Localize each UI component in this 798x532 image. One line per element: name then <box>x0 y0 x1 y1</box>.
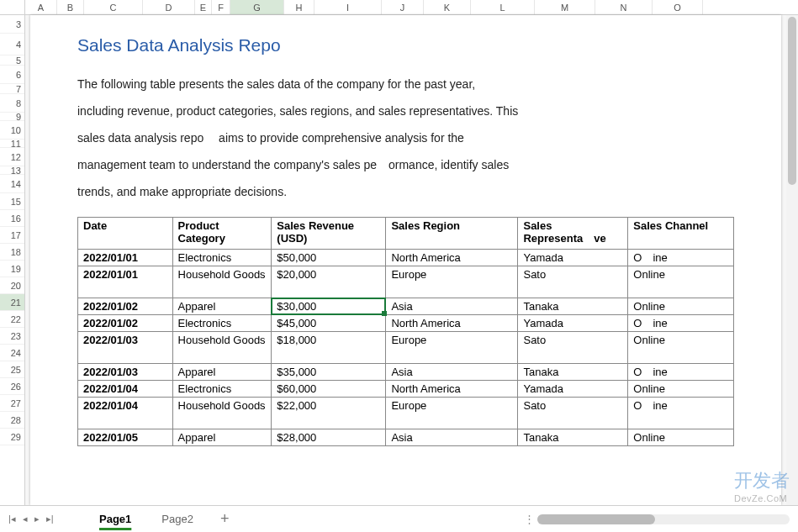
table-cell[interactable]: Online <box>628 429 734 446</box>
table-header[interactable]: Sales Revenue (USD) <box>272 218 386 250</box>
table-cell[interactable]: Apparel <box>172 429 272 446</box>
row-header-15[interactable]: 15 <box>0 193 24 210</box>
table-cell[interactable]: Household Goods <box>172 266 272 298</box>
table-cell[interactable]: Electronics <box>172 250 272 266</box>
table-cell[interactable]: Online <box>628 298 734 315</box>
table-cell[interactable]: 2022/01/02 <box>78 315 173 332</box>
row-header-28[interactable]: 28 <box>0 412 24 429</box>
row-header-21[interactable]: 21 <box>0 294 24 311</box>
col-header-G[interactable]: G <box>230 0 284 14</box>
col-header-L[interactable]: L <box>471 0 535 14</box>
row-header-29[interactable]: 29 <box>0 429 24 445</box>
vertical-scrollbar[interactable] <box>786 15 798 505</box>
row-header-6[interactable]: 6 <box>0 66 24 84</box>
table-row[interactable]: 2022/01/02Electronics$45,000North Americ… <box>78 315 734 332</box>
table-cell[interactable]: Asia <box>386 364 518 381</box>
table-cell[interactable]: Sato <box>518 332 628 364</box>
row-header-9[interactable]: 9 <box>0 113 24 121</box>
col-header-F[interactable]: F <box>212 0 230 14</box>
table-cell[interactable]: Yamada <box>518 315 628 332</box>
row-header-4[interactable]: 4 <box>0 34 24 55</box>
table-row[interactable]: 2022/01/04Electronics$60,000North Americ… <box>78 381 734 398</box>
table-cell[interactable]: $28,000 <box>272 429 386 446</box>
table-cell[interactable]: Europe <box>386 266 518 298</box>
col-header-M[interactable]: M <box>535 0 595 14</box>
table-cell[interactable]: 2022/01/05 <box>78 429 173 446</box>
table-cell[interactable]: Apparel <box>172 364 272 381</box>
col-header-J[interactable]: J <box>382 0 424 14</box>
table-row[interactable]: 2022/01/04Household Goods$22,000EuropeSa… <box>78 398 734 429</box>
tab-first-icon[interactable]: |◂ <box>8 514 16 524</box>
sheet-canvas[interactable]: Sales Data Analysis Repo The following t… <box>25 15 786 505</box>
row-header-17[interactable]: 17 <box>0 227 24 244</box>
col-header-N[interactable]: N <box>595 0 653 14</box>
table-cell[interactable]: North America <box>386 315 518 332</box>
table-cell[interactable]: $35,000 <box>272 364 386 381</box>
table-cell[interactable]: Asia <box>386 429 518 446</box>
tab-next-icon[interactable]: ▸ <box>34 514 40 524</box>
table-cell[interactable]: O ine <box>628 398 734 429</box>
table-row[interactable]: 2022/01/03Apparel$35,000AsiaTanakaO ine <box>78 364 734 381</box>
tab-prev-icon[interactable]: ◂ <box>23 514 28 524</box>
row-header-5[interactable]: 5 <box>0 55 24 66</box>
table-cell[interactable]: Household Goods <box>172 332 272 364</box>
table-row[interactable]: 2022/01/01Household Goods$20,000EuropeSa… <box>78 266 734 298</box>
table-cell[interactable]: 2022/01/04 <box>78 381 173 398</box>
add-sheet-button[interactable]: + <box>209 510 241 528</box>
table-cell[interactable]: O ine <box>628 364 734 381</box>
table-cell[interactable]: O ine <box>628 315 734 332</box>
row-header-22[interactable]: 22 <box>0 311 24 328</box>
table-cell[interactable]: $45,000 <box>272 315 386 332</box>
table-cell[interactable]: Online <box>628 266 734 298</box>
table-cell[interactable]: Yamada <box>518 381 628 398</box>
col-header-O[interactable]: O <box>653 0 703 14</box>
table-cell[interactable]: Tanaka <box>518 429 628 446</box>
col-header-H[interactable]: H <box>284 0 314 14</box>
table-cell[interactable]: $20,000 <box>272 266 386 298</box>
col-header-C[interactable]: C <box>84 0 143 14</box>
table-header[interactable]: Sales Region <box>386 218 518 250</box>
table-cell[interactable]: Sato <box>518 398 628 429</box>
row-header-18[interactable]: 18 <box>0 244 24 261</box>
row-header-3[interactable]: 3 <box>0 15 24 34</box>
tab-last-icon[interactable]: ▸| <box>46 514 54 524</box>
col-header-I[interactable]: I <box>314 0 382 14</box>
row-header-16[interactable]: 16 <box>0 210 24 227</box>
col-header-D[interactable]: D <box>143 0 195 14</box>
table-cell[interactable]: Household Goods <box>172 398 272 429</box>
row-header-24[interactable]: 24 <box>0 345 24 361</box>
table-cell[interactable]: Apparel <box>172 298 272 315</box>
table-cell[interactable]: $60,000 <box>272 381 386 398</box>
row-header-11[interactable]: 11 <box>0 140 24 148</box>
row-header-26[interactable]: 26 <box>0 378 24 395</box>
table-cell[interactable]: Yamada <box>518 250 628 266</box>
col-header-B[interactable]: B <box>57 0 84 14</box>
select-all-corner[interactable] <box>0 0 25 14</box>
row-header-13[interactable]: 13 <box>0 166 24 175</box>
table-cell[interactable]: $30,000 <box>272 298 386 315</box>
table-cell[interactable]: Online <box>628 381 734 398</box>
table-cell[interactable]: Europe <box>386 398 518 429</box>
table-cell[interactable]: 2022/01/02 <box>78 298 173 315</box>
row-header-12[interactable]: 12 <box>0 148 24 166</box>
row-header-19[interactable]: 19 <box>0 261 24 277</box>
table-cell[interactable]: Sato <box>518 266 628 298</box>
col-header-A[interactable]: A <box>25 0 57 14</box>
table-cell[interactable]: $50,000 <box>272 250 386 266</box>
table-header[interactable]: Sales Channel <box>628 218 734 250</box>
row-header-20[interactable]: 20 <box>0 277 24 294</box>
table-cell[interactable]: 2022/01/03 <box>78 332 173 364</box>
table-cell[interactable]: O ine <box>628 250 734 266</box>
table-header[interactable]: Sales Representa ve <box>518 218 628 250</box>
table-row[interactable]: 2022/01/02Apparel$30,000AsiaTanakaOnline <box>78 298 734 315</box>
table-cell[interactable]: Electronics <box>172 315 272 332</box>
table-cell[interactable]: 2022/01/01 <box>78 266 173 298</box>
row-header-10[interactable]: 10 <box>0 121 24 140</box>
table-cell[interactable]: Tanaka <box>518 298 628 315</box>
table-row[interactable]: 2022/01/01Electronics$50,000North Americ… <box>78 250 734 266</box>
table-cell[interactable]: North America <box>386 250 518 266</box>
table-header[interactable]: Date <box>78 218 173 250</box>
table-cell[interactable]: Tanaka <box>518 364 628 381</box>
horizontal-scroll-thumb[interactable] <box>537 514 655 524</box>
sheet-tab[interactable]: Page1 <box>84 508 146 530</box>
